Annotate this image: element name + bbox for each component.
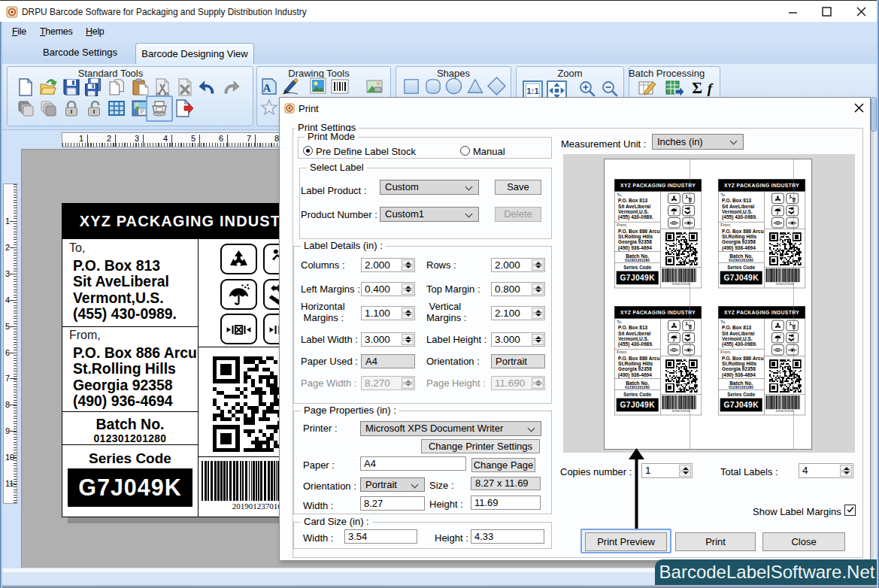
svg-text:1:1: 1:1	[526, 86, 539, 95]
svg-text:A: A	[263, 82, 271, 94]
svg-text:Σ: Σ	[692, 79, 702, 97]
svg-text:f: f	[708, 80, 714, 96]
